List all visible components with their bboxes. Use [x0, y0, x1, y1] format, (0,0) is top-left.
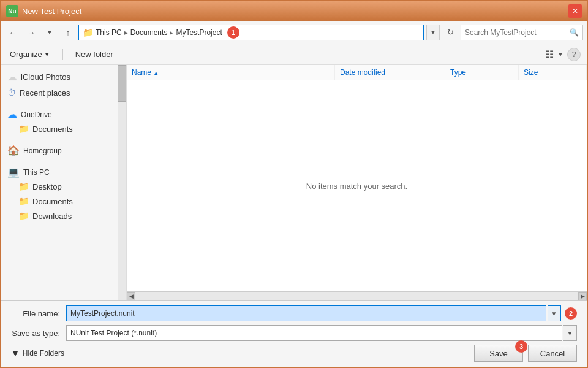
sidebar-scrollbar[interactable] [118, 65, 126, 300]
hscroll-right-button[interactable]: ▶ [578, 292, 587, 301]
col-header-type[interactable]: Type [445, 65, 519, 80]
path-number-badge: 1 [227, 26, 239, 39]
window-title: New Test Project [22, 7, 81, 16]
hscroll-track[interactable] [135, 292, 578, 301]
view-dropdown-button[interactable]: ▼ [557, 51, 564, 58]
content-header: Name ▲ Date modified Type Size [127, 65, 587, 80]
sidebar-item-desktop[interactable]: 📁 Desktop [1, 179, 126, 194]
sidebar-label-thispc: This PC [23, 168, 50, 177]
sidebar-label-icloud: iCloud Photos [21, 72, 70, 82]
recent-icon: ⏱ [7, 88, 16, 98]
refresh-button[interactable]: ↻ [442, 25, 458, 40]
sidebar-item-documents[interactable]: 📁 Documents [1, 194, 126, 209]
new-folder-button[interactable]: New folder [73, 48, 116, 61]
organize-dropdown-icon: ▼ [44, 51, 50, 58]
organize-button[interactable]: Organize ▼ [7, 48, 53, 61]
filename-input[interactable] [66, 305, 546, 321]
bottom-actions: ▼ Hide Folders Save 3 Cancel [11, 345, 577, 362]
path-part-2: Documents [130, 28, 168, 37]
filetype-label: Save as type: [11, 329, 66, 338]
folder-icon-1: 📁 [18, 124, 29, 134]
sidebar-item-icloud-photos[interactable]: ☁ iCloud Photos [1, 69, 126, 85]
search-icon: 🔍 [570, 28, 579, 37]
content-area: Name ▲ Date modified Type Size No items … [127, 65, 587, 300]
address-path[interactable]: 📁 This PC ▸ Documents ▸ MyTestProject 1 [78, 25, 424, 40]
horizontal-scrollbar[interactable]: ◀ ▶ [127, 291, 587, 300]
col-header-name[interactable]: Name ▲ [127, 65, 335, 80]
col-header-size[interactable]: Size [519, 65, 587, 80]
filename-row: File name: ▼ 2 [11, 305, 577, 321]
folder-icon-desktop: 📁 [18, 182, 29, 191]
sidebar-scrollbar-thumb[interactable] [118, 65, 126, 102]
path-part-1: This PC [96, 28, 122, 37]
folder-icon-downloads: 📁 [18, 211, 29, 221]
back-button[interactable]: ← [5, 25, 21, 40]
toolbar: Organize ▼ New folder ☷ ▼ ? [1, 44, 587, 65]
app-logo: Nu [6, 5, 18, 17]
new-folder-label: New folder [75, 50, 113, 59]
col-header-date[interactable]: Date modified [335, 65, 445, 80]
toolbar-right: ☷ ▼ ? [545, 48, 581, 61]
icloud-icon: ☁ [7, 71, 17, 83]
sidebar-label-desktop: Desktop [32, 182, 62, 191]
filetype-dropdown[interactable]: ▼ [564, 325, 577, 341]
filename-dropdown[interactable]: ▼ [548, 305, 561, 321]
search-input[interactable] [465, 28, 570, 37]
sidebar-section-onedrive[interactable]: ☁ OneDrive [1, 104, 126, 121]
title-bar-left: Nu New Test Project [6, 5, 81, 17]
sidebar-label-homegroup: Homegroup [23, 147, 62, 155]
action-buttons: Save 3 Cancel [474, 345, 577, 362]
sidebar-label-recent: Recent places [20, 88, 70, 98]
thispc-icon: 💻 [7, 166, 20, 178]
address-bar: ← → ▼ ↑ 📁 This PC ▸ Documents ▸ MyTestPr… [1, 21, 587, 44]
toolbar-separator [62, 49, 63, 60]
cancel-label: Cancel [540, 349, 565, 358]
homegroup-icon: 🏠 [7, 145, 20, 156]
onedrive-icon: ☁ [7, 109, 17, 120]
sidebar-label-downloads: Downloads [32, 212, 72, 221]
up-button[interactable]: ↑ [60, 25, 76, 40]
cancel-button[interactable]: Cancel [528, 345, 577, 362]
sidebar: ☁ iCloud Photos ⏱ Recent places ☁ OneDri… [1, 65, 127, 300]
sidebar-label-onedrive: OneDrive [21, 110, 52, 119]
bottom-area: File name: ▼ 2 Save as type: ▼ ▼ Hide Fo… [1, 300, 587, 367]
main-area: ☁ iCloud Photos ⏱ Recent places ☁ OneDri… [1, 65, 587, 300]
address-dropdown-button[interactable]: ▼ [426, 25, 440, 40]
sidebar-item-recent-places[interactable]: ⏱ Recent places [1, 85, 126, 100]
save-badge: 3 [515, 340, 527, 353]
dropdown-history-button[interactable]: ▼ [42, 25, 58, 40]
title-bar: Nu New Test Project ✕ [1, 1, 587, 21]
sidebar-section-homegroup[interactable]: 🏠 Homegroup [1, 140, 126, 158]
folder-icon-documents: 📁 [18, 196, 29, 206]
dialog-window: Nu New Test Project ✕ ← → ▼ ↑ 📁 This PC … [0, 0, 588, 368]
path-part-3: MyTestProject [176, 28, 222, 37]
hscroll-left-button[interactable]: ◀ [127, 292, 135, 301]
hide-folders-button[interactable]: ▼ Hide Folders [11, 348, 64, 358]
sidebar-label-onedrive-docs: Documents [32, 125, 73, 134]
search-box: 🔍 [461, 25, 583, 40]
filename-label: File name: [11, 309, 66, 318]
help-button[interactable]: ? [567, 48, 581, 61]
sidebar-item-downloads[interactable]: 📁 Downloads [1, 209, 126, 223]
organize-label: Organize [10, 50, 42, 59]
hide-folders-label: Hide Folders [23, 349, 64, 358]
sidebar-label-documents: Documents [32, 197, 73, 206]
empty-message: No items match your search. [306, 182, 407, 191]
path-folder-icon: 📁 [83, 28, 93, 37]
content-body: No items match your search. [127, 80, 587, 291]
forward-button[interactable]: → [23, 25, 39, 40]
sidebar-section-thispc[interactable]: 💻 This PC [1, 161, 126, 179]
filename-badge: 2 [565, 307, 577, 320]
filetype-row: Save as type: ▼ [11, 325, 577, 341]
save-button[interactable]: Save 3 [474, 345, 523, 362]
sort-arrow-name: ▲ [153, 70, 159, 76]
save-label: Save [489, 349, 508, 358]
close-button[interactable]: ✕ [568, 4, 582, 18]
view-toggle-button[interactable]: ☷ [545, 48, 554, 60]
hide-folders-icon: ▼ [11, 348, 20, 358]
sidebar-item-onedrive-documents[interactable]: 📁 Documents [1, 121, 126, 136]
filetype-input-wrapper: ▼ [66, 325, 577, 341]
filetype-input[interactable] [66, 325, 562, 341]
filename-input-wrapper: ▼ 2 [66, 305, 577, 321]
